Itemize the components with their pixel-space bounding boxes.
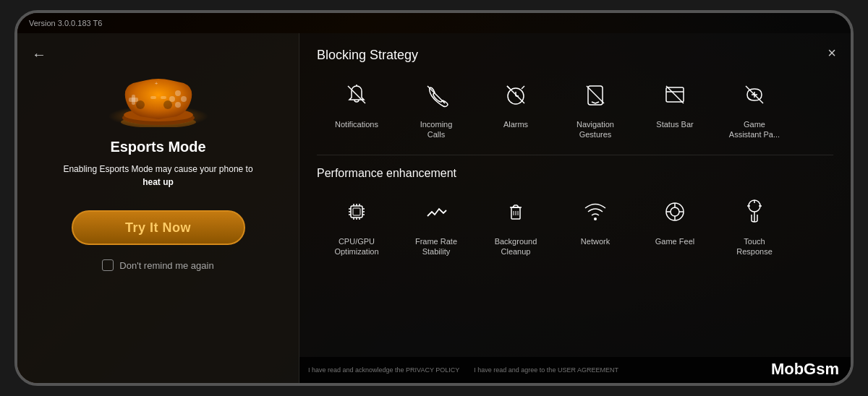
blocking-incoming-calls[interactable]: IncomingCalls xyxy=(396,74,476,140)
agreement-text: I have read and agree to the USER AGREEM… xyxy=(474,366,618,374)
notifications-label: Notifications xyxy=(335,119,378,129)
svg-rect-32 xyxy=(353,208,360,215)
notifications-icon xyxy=(336,74,377,115)
network-label: Network xyxy=(581,236,610,246)
perf-bg-cleanup[interactable]: BackgroundCleanup xyxy=(476,191,556,257)
svg-point-12 xyxy=(136,100,145,109)
svg-line-27 xyxy=(666,86,684,103)
phone-frame: Version 3.0.0.183 T6 ← xyxy=(14,10,854,386)
svg-rect-5 xyxy=(129,98,138,102)
alarms-label: Alarms xyxy=(503,119,528,129)
mode-desc: Enabling Esports Mode may cause your pho… xyxy=(56,163,260,189)
svg-line-24 xyxy=(587,86,604,103)
status-bar-text: Version 3.0.0.183 T6 xyxy=(29,19,102,27)
dont-remind-checkbox[interactable] xyxy=(102,259,114,271)
mode-desc-bold: heat up xyxy=(142,177,174,187)
svg-point-55 xyxy=(671,207,679,216)
blocking-strategy-title: Blocking Strategy xyxy=(317,48,833,63)
blocking-status-bar[interactable]: Status Bar xyxy=(635,74,715,140)
blocking-game-assistant[interactable]: GameAssistant Pa... xyxy=(715,74,794,140)
bg-cleanup-icon xyxy=(495,191,536,232)
perf-enhancement-title: Performance enhancement xyxy=(317,167,833,180)
close-button[interactable]: × xyxy=(827,45,836,61)
perf-cpu-gpu[interactable]: CPU/GPUOptimization xyxy=(317,191,396,257)
incoming-calls-icon xyxy=(416,74,456,115)
controller-icon-container: + xyxy=(115,62,202,127)
game-assistant-icon xyxy=(734,74,775,115)
section-divider xyxy=(317,155,833,155)
perf-game-feel[interactable]: Game Feel xyxy=(635,191,715,257)
nav-gestures-label: NavigationGestures xyxy=(576,119,614,140)
network-icon xyxy=(575,191,616,232)
dont-remind-label: Don't remind me again xyxy=(119,260,213,271)
incoming-calls-label: IncomingCalls xyxy=(420,119,453,140)
watermark: MobGsm xyxy=(771,360,839,379)
cpu-gpu-label: CPU/GPUOptimization xyxy=(334,236,378,257)
left-panel: ← xyxy=(17,33,299,383)
svg-point-53 xyxy=(594,218,597,220)
controller-icon: + xyxy=(119,73,198,127)
svg-rect-31 xyxy=(351,206,362,218)
frame-rate-icon xyxy=(416,191,456,232)
svg-point-9 xyxy=(175,102,181,108)
svg-point-6 xyxy=(175,90,181,96)
blocking-notifications[interactable]: Notifications xyxy=(317,74,396,140)
bottom-bar: I have read and acknowledge the PRIVACY … xyxy=(299,357,851,383)
svg-point-13 xyxy=(163,100,172,109)
touch-response-icon xyxy=(734,191,775,232)
game-feel-label: Game Feel xyxy=(655,236,694,246)
touch-response-label: TouchResponse xyxy=(736,236,773,257)
frame-rate-label: Frame RateStability xyxy=(415,236,457,257)
status-bar-label: Status Bar xyxy=(656,119,693,129)
svg-rect-10 xyxy=(150,96,156,99)
blocking-icons-grid: Notifications IncomingCalls xyxy=(317,74,833,140)
try-it-now-button[interactable]: Try It Now xyxy=(72,210,245,245)
status-bar: Version 3.0.0.183 T6 xyxy=(17,13,851,33)
performance-icons-grid: CPU/GPUOptimization Frame RateStability xyxy=(317,191,833,257)
svg-line-17 xyxy=(348,86,365,103)
svg-point-8 xyxy=(169,96,175,102)
cpu-gpu-icon xyxy=(336,191,377,232)
mode-title: Esports Mode xyxy=(110,139,205,155)
perf-touch-response[interactable]: TouchResponse xyxy=(715,191,794,257)
mode-desc-text: Enabling Esports Mode may cause your pho… xyxy=(63,164,252,174)
svg-rect-11 xyxy=(161,96,166,99)
status-bar-icon xyxy=(655,74,695,115)
privacy-text: I have read and acknowledge the PRIVACY … xyxy=(308,366,459,374)
game-feel-icon xyxy=(655,191,695,232)
back-button[interactable]: ← xyxy=(32,46,46,63)
nav-gestures-icon xyxy=(575,74,616,115)
perf-frame-rate[interactable]: Frame RateStability xyxy=(396,191,476,257)
right-panel: × Blocking Strategy Notifications xyxy=(299,33,851,383)
alarms-icon xyxy=(495,74,536,115)
blocking-alarms[interactable]: Alarms xyxy=(476,74,556,140)
blocking-nav-gestures[interactable]: NavigationGestures xyxy=(556,74,635,140)
dont-remind-container: Don't remind me again xyxy=(102,259,213,271)
svg-text:+: + xyxy=(154,80,158,87)
svg-point-7 xyxy=(181,96,187,102)
bg-cleanup-label: BackgroundCleanup xyxy=(495,236,537,257)
perf-network[interactable]: Network xyxy=(556,191,635,257)
game-assistant-label: GameAssistant Pa... xyxy=(729,119,780,140)
